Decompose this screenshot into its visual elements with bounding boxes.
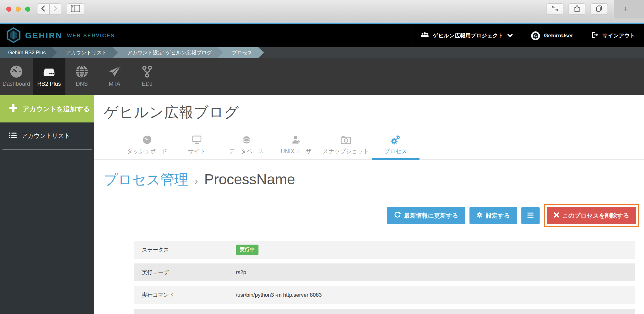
breadcrumb-item-process[interactable]: プロセス (218, 47, 264, 58)
list-icon (9, 132, 17, 140)
nav-item-dns[interactable]: DNS (65, 58, 98, 95)
table-row-exec-user: 実行ユーザ rs2p (134, 263, 635, 281)
nav-item-mta[interactable]: MTA (98, 58, 131, 95)
row-label: ステータス (134, 246, 236, 253)
tab-dashboard[interactable]: ダッシュボード (122, 135, 172, 159)
gears-icon (390, 135, 401, 145)
delete-process-button[interactable]: このプロセスを削除する (547, 207, 636, 224)
app-nav: Dashboard RS2 Plus DNS MTA EDJ (0, 58, 644, 95)
traffic-lights (6, 7, 30, 12)
database-icon (242, 135, 251, 145)
user-name: GehirnUser (544, 33, 573, 39)
git-branch-icon (141, 64, 154, 79)
sidebar: アカウントを追加する アカウントリスト (0, 95, 94, 314)
delete-label: このプロセスを削除する (562, 212, 629, 220)
gehirn-shield-icon (6, 27, 21, 44)
nav-label: RS2 Plus (37, 81, 61, 87)
zoom-window-button[interactable] (25, 7, 30, 12)
process-management-link[interactable]: プロセス管理 (104, 171, 188, 189)
back-button[interactable] (37, 3, 49, 15)
brand-name: GEHIRN (25, 31, 63, 41)
tab-process[interactable]: プロセス (371, 135, 420, 159)
share-icon (573, 5, 581, 14)
paper-plane-icon (107, 64, 122, 79)
hamburger-icon (527, 212, 534, 219)
nav-label: Dashboard (3, 81, 30, 87)
refresh-button[interactable]: 最新情報に更新する (387, 207, 465, 224)
table-row (134, 309, 635, 314)
svg-text:G: G (534, 34, 537, 38)
settings-label: 設定する (486, 212, 510, 220)
settings-button[interactable]: 設定する (469, 207, 517, 224)
avatar: G (531, 31, 540, 41)
fullscreen-icon (551, 5, 559, 14)
forward-button[interactable] (49, 3, 61, 15)
tabs-bar: ダッシュボード サイト データベース UNIXユーザ (94, 135, 644, 160)
show-tabs-button[interactable] (590, 3, 608, 15)
sidebar-item-label: アカウントリスト (21, 132, 70, 140)
breadcrumb-item-rs2plus[interactable]: Gehirn RS2 Plus (0, 47, 57, 58)
breadcrumb-item-account-list[interactable]: アカウントリスト (51, 47, 118, 58)
nav-item-dashboard[interactable]: Dashboard (0, 58, 33, 95)
minimize-window-button[interactable] (16, 7, 21, 12)
tab-bar-strip (0, 18, 644, 23)
page-title: ゲヒルン広報ブログ (104, 103, 644, 122)
main-content: ゲヒルン広報ブログ ダッシュボード サイト データベース (94, 95, 644, 314)
tab-snapshot[interactable]: スナップショット (321, 135, 371, 159)
share-button[interactable] (568, 3, 586, 15)
nav-label: EDJ (142, 81, 153, 87)
table-row-exec-command: 実行コマンド /usr/bin/python3 -m http.server 8… (134, 286, 635, 304)
row-value: /usr/bin/python3 -m http.server 8083 (236, 292, 322, 298)
signout-label: サインアウト (602, 32, 635, 39)
add-account-label: アカウントを追加する (23, 105, 90, 113)
nav-label: MTA (109, 81, 120, 87)
tab-label: スナップショット (323, 148, 369, 155)
sidebar-toggle-icon (71, 5, 80, 14)
nav-item-rs2plus[interactable]: RS2 Plus (33, 58, 65, 95)
new-tab-strip: + (614, 0, 644, 18)
chevron-right-icon (53, 5, 58, 13)
user-menu[interactable]: G GehirnUser (522, 24, 582, 47)
fullscreen-button[interactable] (546, 3, 564, 15)
row-label: 実行コマンド (134, 291, 236, 299)
sidebar-toggle-button[interactable] (67, 3, 84, 15)
more-actions-button[interactable] (521, 207, 540, 224)
signout-icon (591, 31, 599, 40)
tab-site[interactable]: サイト (172, 135, 222, 159)
gauge-icon (9, 64, 24, 79)
tab-label: サイト (188, 148, 205, 155)
app-header: GEHIRN WEB SERVICES ゲヒルン広報用プロジェクト G Gehi… (0, 24, 644, 47)
page-heading: プロセス管理 › ProcessName (104, 171, 644, 189)
server-icon (42, 64, 57, 79)
add-account-button[interactable]: アカウントを追加する (0, 95, 94, 122)
header-right: ゲヒルン広報用プロジェクト G GehirnUser サインアウト (412, 24, 644, 47)
nav-item-edj[interactable]: EDJ (131, 58, 164, 95)
brand-suffix: WEB SERVICES (67, 33, 115, 39)
breadcrumb-item-account-settings[interactable]: アカウント設定: ゲヒルン広報ブログ (113, 47, 223, 58)
row-value: rs2p (236, 269, 246, 276)
monitor-icon (192, 135, 202, 145)
new-tab-button[interactable]: + (623, 4, 629, 14)
tab-label: データベース (229, 148, 264, 155)
gauge-icon (142, 135, 152, 145)
refresh-icon (394, 211, 401, 220)
table-row-status: ステータス 実行中 (134, 241, 635, 259)
plus-icon (9, 104, 18, 114)
breadcrumb: Gehirn RS2 Plus アカウントリスト アカウント設定: ゲヒルン広報… (0, 47, 644, 58)
sidebar-item-account-list[interactable]: アカウントリスト (0, 122, 94, 149)
gehirn-logo: GEHIRN WEB SERVICES (6, 27, 115, 44)
process-name: ProcessName (204, 171, 295, 188)
project-selector[interactable]: ゲヒルン広報用プロジェクト (412, 24, 522, 47)
delete-button-highlight: このプロセスを削除する (544, 204, 639, 227)
close-window-button[interactable] (6, 7, 11, 12)
users-icon (421, 32, 429, 40)
refresh-label: 最新情報に更新する (404, 212, 458, 220)
signout-button[interactable]: サインアウト (582, 24, 644, 47)
camera-icon (340, 135, 352, 145)
chevron-right-separator: › (194, 175, 198, 187)
tab-database[interactable]: データベース (222, 135, 271, 159)
sidebar-divider (3, 149, 92, 150)
x-icon (554, 212, 559, 219)
tab-label: ダッシュボード (127, 148, 168, 155)
tab-unix-user[interactable]: UNIXユーザ (271, 135, 321, 159)
